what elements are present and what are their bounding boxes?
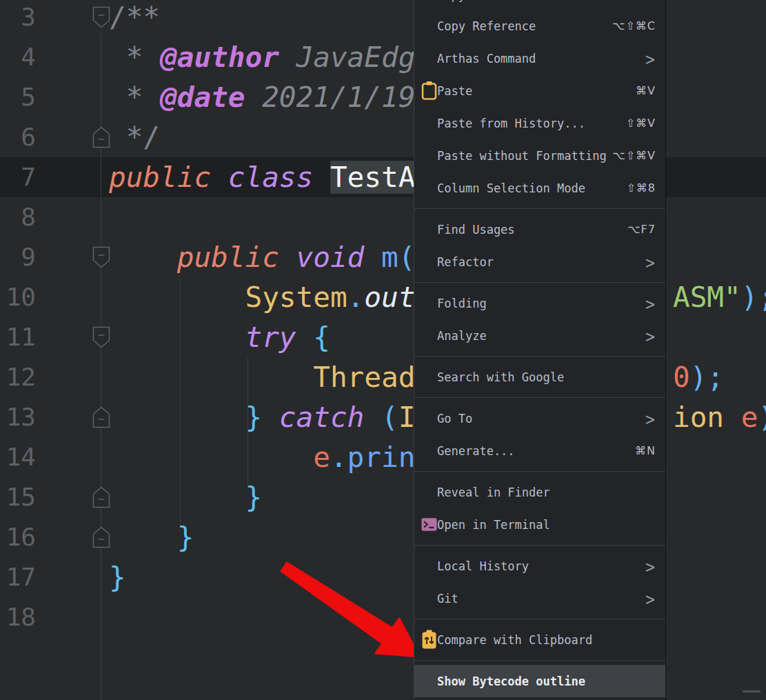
code-line-11[interactable]: try { — [109, 317, 330, 357]
code-token: ASM" — [673, 281, 741, 314]
menu-separator — [414, 467, 665, 476]
code-token: class — [228, 161, 330, 194]
code-line-5[interactable]: * @date 2021/1/19 — [109, 77, 415, 117]
code-token: 2021/1/19 — [245, 81, 415, 114]
menu-item-open-in-terminal[interactable]: Open in Terminal — [414, 508, 665, 541]
line-number: 17 — [0, 557, 36, 597]
line-number: 5 — [0, 77, 36, 117]
menu-item-label: Generate... — [437, 444, 515, 458]
menu-item-show-bytecode-outline[interactable]: Show Bytecode outline — [414, 665, 665, 697]
editor-artifact-dash — [743, 690, 760, 692]
code-line-3[interactable]: /** — [109, 0, 160, 37]
line-number: 6 — [0, 117, 36, 157]
code-line-15[interactable]: } — [109, 477, 262, 517]
menu-item-label: Open in Terminal — [437, 518, 550, 532]
code-line-10-fragment[interactable]: ASM"); — [673, 277, 766, 317]
submenu-chevron-icon: > — [645, 589, 656, 608]
code-token: } — [245, 481, 262, 514]
menu-item-label: Compare with Clipboard — [437, 633, 592, 647]
menu-item-label: Arthas Command — [437, 52, 536, 66]
code-token: public — [177, 241, 296, 274]
code-token: ion — [673, 401, 724, 434]
code-line-4[interactable]: * @author JavaEdge — [109, 37, 432, 77]
menu-item-label: Go To — [437, 412, 472, 426]
menu-item-label: Reveal in Finder — [437, 486, 550, 499]
menu-separator — [414, 278, 665, 287]
menu-item-reveal-in-finder[interactable]: Reveal in Finder — [414, 476, 665, 508]
code-line-13-fragment[interactable]: ion e) — [673, 397, 766, 437]
line-number: 8 — [0, 197, 36, 237]
fold-down-icon[interactable] — [92, 326, 110, 348]
code-token: JavaEdge — [279, 41, 432, 74]
submenu-chevron-icon: > — [645, 326, 656, 346]
code-token: ); — [690, 361, 724, 394]
fold-up-icon[interactable] — [92, 486, 110, 508]
code-token: catch — [279, 401, 381, 434]
menu-shortcut: ⌘N — [635, 444, 656, 457]
line-number: 3 — [0, 0, 36, 37]
menu-item-label: Paste from History... — [437, 117, 585, 130]
code-token: try — [245, 321, 313, 354]
menu-item-local-history[interactable]: Local History> — [414, 550, 665, 582]
menu-shortcut: ⌥⇧⌘V — [612, 149, 656, 162]
code-token: /** — [109, 1, 160, 34]
line-number: 9 — [0, 237, 36, 277]
menu-separator — [414, 204, 665, 213]
menu-item-generate[interactable]: Generate...⌘N — [414, 434, 665, 467]
code-token: ( — [381, 401, 399, 434]
line-number: 16 — [0, 517, 36, 557]
line-number: 15 — [0, 477, 36, 517]
code-token: } — [245, 401, 279, 434]
menu-item-git[interactable]: Git> — [414, 582, 665, 614]
menu-item-copy-reference[interactable]: Copy Reference⌥⇧⌘C — [414, 10, 665, 42]
code-token — [109, 401, 245, 434]
code-token — [109, 361, 313, 394]
code-line-7[interactable]: public class TestAsm — [109, 157, 450, 197]
code-token: e — [313, 441, 330, 474]
code-token: { — [313, 321, 330, 354]
code-token — [109, 281, 245, 314]
fold-up-icon[interactable] — [92, 526, 110, 548]
menu-shortcut: ⇧⌘8 — [626, 181, 656, 194]
menu-item-paste-from-history[interactable]: Paste from History...⇧⌘V — [414, 107, 665, 139]
code-token: . — [347, 281, 365, 314]
code-line-6[interactable]: */ — [109, 117, 160, 157]
menu-item-label: Git — [437, 592, 458, 606]
code-token — [109, 321, 245, 354]
code-token: out — [364, 281, 415, 314]
code-token: m — [381, 241, 399, 274]
menu-item-refactor[interactable]: Refactor> — [414, 246, 665, 278]
menu-item-copy-partial[interactable]: Copy — [437, 0, 465, 12]
code-line-9[interactable]: public void m() { — [109, 237, 466, 277]
submenu-chevron-icon: > — [645, 409, 656, 428]
fold-up-icon[interactable] — [92, 406, 110, 428]
code-token: @author — [160, 41, 279, 74]
menu-item-column-selection-mode[interactable]: Column Selection Mode⇧⌘8 — [414, 172, 665, 204]
menu-item-compare-with-clipboard[interactable]: Compare with Clipboard — [414, 623, 665, 656]
menu-separator — [414, 656, 665, 665]
code-line-16[interactable]: } — [109, 517, 194, 557]
menu-item-folding[interactable]: Folding> — [414, 287, 665, 319]
line-number: 12 — [0, 357, 36, 397]
menu-item-arthas-command[interactable]: Arthas Command> — [414, 42, 665, 74]
code-line-17[interactable]: } — [109, 557, 126, 597]
line-number: 14 — [0, 437, 36, 477]
code-line-13[interactable]: } catch (In — [109, 397, 432, 437]
menu-item-analyze[interactable]: Analyze> — [414, 319, 665, 352]
menu-item-search-with-google[interactable]: Search with Google — [414, 361, 665, 393]
code-token: ) — [758, 401, 766, 434]
menu-item-paste[interactable]: Paste⌘V — [414, 74, 665, 107]
submenu-chevron-icon: > — [645, 252, 656, 272]
menu-item-paste-without-formatting[interactable]: Paste without Formatting⌥⇧⌘V — [414, 139, 665, 172]
code-line-12-fragment[interactable]: 0); — [673, 357, 724, 397]
fold-up-icon[interactable] — [92, 126, 110, 148]
code-token — [109, 241, 177, 274]
menu-item-label: Paste without Formatting — [437, 149, 607, 163]
menu-separator — [414, 697, 665, 700]
menu-item-find-usages[interactable]: Find Usages⌥F7 — [414, 213, 665, 246]
fold-down-icon[interactable] — [92, 246, 110, 268]
line-number: 10 — [0, 277, 36, 317]
menu-item-go-to[interactable]: Go To> — [414, 402, 665, 434]
fold-down-icon[interactable] — [92, 6, 110, 28]
submenu-chevron-icon: > — [645, 49, 656, 68]
